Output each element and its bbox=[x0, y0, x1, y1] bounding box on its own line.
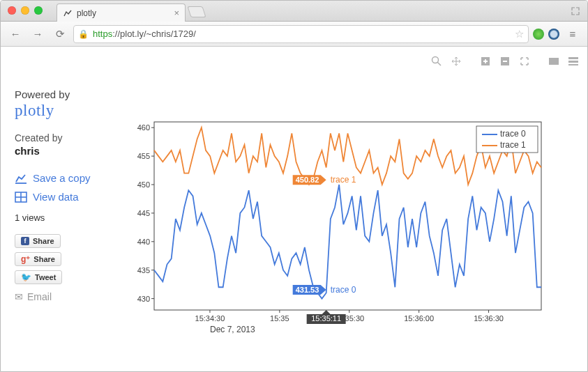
view-data-link[interactable]: View data bbox=[15, 191, 119, 203]
page-content: Powered by plotly Created by chris Save … bbox=[1, 47, 587, 371]
share-buttons: fShare g⁺Share 🐦Tweet bbox=[15, 234, 119, 284]
extension-icon[interactable] bbox=[548, 29, 559, 40]
y-tick-label: 430 bbox=[137, 295, 150, 303]
plot-toolbar bbox=[430, 55, 580, 68]
save-copy-label: Save a copy bbox=[33, 172, 91, 184]
sidebar: Powered by plotly Created by chris Save … bbox=[15, 88, 119, 302]
back-button[interactable]: ← bbox=[6, 26, 24, 42]
facebook-icon: f bbox=[21, 237, 29, 245]
new-tab-button[interactable] bbox=[187, 6, 206, 17]
facebook-share-button[interactable]: fShare bbox=[15, 234, 61, 248]
svg-rect-4 bbox=[568, 57, 578, 59]
googleplus-icon: g⁺ bbox=[21, 254, 30, 264]
bookmark-star-icon[interactable]: ☆ bbox=[515, 28, 524, 40]
x-tick-label: 15:36:00 bbox=[404, 314, 434, 323]
y-tick-label: 445 bbox=[137, 209, 150, 217]
reload-button[interactable]: ⟳ bbox=[51, 26, 69, 42]
email-link[interactable]: ✉Email bbox=[15, 291, 119, 302]
y-tick-label: 450 bbox=[137, 180, 150, 189]
created-by-label: Created by bbox=[15, 132, 119, 144]
extension-icon[interactable] bbox=[533, 29, 544, 40]
save-copy-icon bbox=[15, 173, 27, 184]
svg-line-1 bbox=[437, 62, 441, 65]
views-count: 1 views bbox=[15, 212, 119, 223]
browser-tabbar: plotly × bbox=[1, 1, 587, 22]
x-tick-label: 15:35 bbox=[270, 314, 289, 323]
googleplus-share-button[interactable]: g⁺Share bbox=[15, 252, 61, 266]
legend-trace1[interactable]: trace 1 bbox=[500, 140, 526, 150]
zoom-window-button[interactable] bbox=[34, 6, 43, 15]
menu-button[interactable]: ≡ bbox=[564, 26, 582, 42]
date-annotation: Dec 7, 2013 bbox=[210, 325, 255, 334]
svg-text:431.53: 431.53 bbox=[296, 286, 319, 294]
view-data-label: View data bbox=[33, 191, 79, 203]
svg-text:15:35:11: 15:35:11 bbox=[311, 314, 341, 323]
save-copy-link[interactable]: Save a copy bbox=[15, 172, 119, 184]
address-bar[interactable]: 🔒 https://plot.ly/~chris/1729/ ☆ bbox=[73, 25, 529, 43]
show-closest-icon[interactable] bbox=[547, 55, 561, 68]
window-controls bbox=[8, 6, 43, 15]
twitter-share-button[interactable]: 🐦Tweet bbox=[15, 270, 62, 284]
pan-icon[interactable] bbox=[449, 55, 463, 68]
email-icon: ✉ bbox=[15, 291, 23, 302]
browser-tab[interactable]: plotly × bbox=[56, 3, 186, 22]
url-protocol: https bbox=[93, 29, 112, 39]
svg-rect-6 bbox=[568, 64, 578, 65]
legend-trace0[interactable]: trace 0 bbox=[500, 129, 526, 139]
line-chart[interactable]: 430435440445450455460 15:34:3015:3515:35… bbox=[133, 116, 580, 353]
zoom-in-icon[interactable] bbox=[478, 55, 492, 68]
svg-text:trace 0: trace 0 bbox=[331, 285, 356, 295]
compare-icon[interactable] bbox=[566, 55, 580, 68]
tab-favicon bbox=[63, 8, 73, 18]
browser-navbar: ← → ⟳ 🔒 https://plot.ly/~chris/1729/ ☆ ≡ bbox=[1, 22, 587, 47]
plotly-logo[interactable]: plotly bbox=[15, 102, 119, 120]
x-tick-label: 15:34:30 bbox=[195, 314, 225, 323]
svg-text:450.82: 450.82 bbox=[296, 176, 319, 184]
url-path: ://plot.ly/~chris/1729/ bbox=[112, 29, 196, 39]
zoom-out-icon[interactable] bbox=[498, 55, 512, 68]
svg-text:trace 1: trace 1 bbox=[331, 175, 356, 185]
lock-icon: 🔒 bbox=[78, 29, 89, 39]
x-tick-label: 15:36:30 bbox=[474, 314, 504, 323]
autoscale-icon[interactable] bbox=[518, 55, 532, 68]
svg-rect-5 bbox=[568, 61, 578, 63]
y-tick-label: 440 bbox=[137, 238, 150, 246]
hover-x-tag: 15:35:11 bbox=[307, 310, 346, 324]
y-tick-label: 460 bbox=[137, 123, 150, 132]
minimize-window-button[interactable] bbox=[21, 6, 29, 15]
view-data-icon bbox=[15, 192, 27, 203]
close-tab-icon[interactable]: × bbox=[174, 8, 179, 18]
y-tick-label: 455 bbox=[137, 152, 150, 160]
author-name[interactable]: chris bbox=[15, 145, 119, 157]
zoom-icon[interactable] bbox=[430, 55, 444, 68]
close-window-button[interactable] bbox=[8, 6, 16, 15]
y-tick-label: 435 bbox=[137, 266, 150, 274]
powered-by-label: Powered by bbox=[15, 88, 119, 100]
forward-button[interactable]: → bbox=[29, 26, 47, 42]
fullscreen-icon[interactable] bbox=[571, 6, 580, 16]
tab-title: plotly bbox=[77, 8, 96, 18]
twitter-icon: 🐦 bbox=[21, 272, 31, 282]
